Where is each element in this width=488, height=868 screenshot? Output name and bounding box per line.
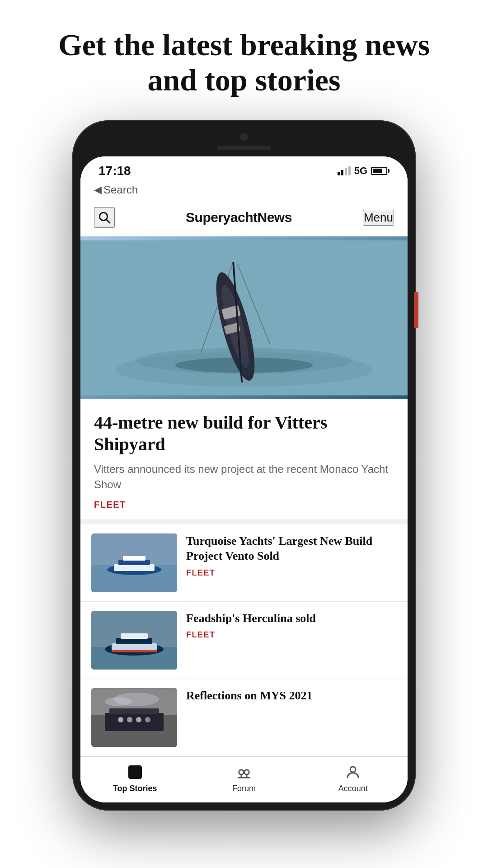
svg-point-32	[136, 717, 141, 722]
phone-top-bar	[80, 128, 408, 156]
status-icons: 5G	[338, 165, 389, 177]
nav-label-top-stories: Top Stories	[113, 784, 157, 793]
phone-frame: 17:18 5G ◀ Search	[72, 120, 416, 810]
svg-rect-16	[114, 564, 155, 571]
news-thumbnail	[91, 533, 177, 592]
status-bar: 17:18 5G	[80, 156, 408, 182]
nav-item-top-stories[interactable]: Top Stories	[80, 763, 189, 793]
svg-point-30	[118, 717, 123, 722]
svg-point-41	[244, 769, 249, 774]
nav-label-forum: Forum	[232, 784, 256, 793]
svg-rect-25	[112, 650, 157, 652]
page-headline: Get the latest breaking news and top sto…	[0, 0, 488, 120]
svg-line-1	[107, 220, 110, 223]
hero-content[interactable]: 44-metre new build for Vitters Shipyard …	[80, 399, 408, 519]
svg-rect-28	[105, 713, 164, 731]
back-navigation[interactable]: ◀ Search	[80, 182, 408, 202]
back-label: Search	[103, 184, 138, 196]
phone-speaker	[217, 146, 271, 150]
signal-bars	[338, 166, 351, 175]
nav-item-forum[interactable]: Forum	[189, 763, 298, 793]
news-item-tag: FLEET	[186, 568, 397, 578]
app-logo: SuperyachtNews	[186, 210, 292, 225]
battery-icon	[371, 167, 389, 175]
menu-button[interactable]: Menu	[363, 210, 394, 226]
back-arrow-icon: ◀	[94, 184, 102, 196]
bottom-nav: Top Stories Forum	[80, 756, 408, 802]
news-item-title: Reflections on MYS 2021	[186, 688, 397, 703]
news-item-tag: FLEET	[186, 630, 397, 640]
news-item-content: Feadship's Herculina sold FLEET	[186, 611, 397, 640]
svg-rect-22	[112, 643, 157, 651]
phone-side-button	[414, 292, 418, 328]
svg-rect-29	[109, 708, 159, 714]
svg-point-40	[239, 769, 244, 774]
news-item-title: Turquoise Yachts' Largest New Build Proj…	[186, 533, 397, 564]
hero-image	[80, 236, 408, 399]
top-stories-icon	[126, 763, 144, 781]
nav-label-account: Account	[338, 784, 368, 793]
news-item-title: Feadship's Herculina sold	[186, 611, 397, 626]
status-time: 17:18	[99, 164, 131, 178]
list-item[interactable]: Turquoise Yachts' Largest New Build Proj…	[80, 524, 408, 602]
svg-point-12	[175, 358, 313, 373]
news-thumbnail	[91, 688, 177, 747]
phone-camera	[240, 133, 248, 141]
svg-point-45	[350, 767, 356, 772]
app-header: SuperyachtNews Menu	[80, 202, 408, 236]
news-list: Turquoise Yachts' Largest New Build Proj…	[80, 524, 408, 756]
svg-rect-23	[116, 638, 152, 644]
svg-point-35	[105, 697, 132, 706]
search-button[interactable]	[94, 207, 115, 228]
nav-item-account[interactable]: Account	[299, 763, 408, 793]
news-thumbnail	[91, 611, 177, 670]
forum-icon	[235, 763, 253, 781]
hero-title: 44-metre new build for Vitters Shipyard	[94, 412, 394, 455]
news-item-content: Turquoise Yachts' Largest New Build Proj…	[186, 533, 397, 578]
account-icon	[344, 763, 362, 781]
network-label: 5G	[354, 165, 367, 177]
hero-subtitle: Vitters announced its new project at the…	[94, 462, 394, 492]
svg-point-31	[127, 717, 132, 722]
list-item[interactable]: Feadship's Herculina sold FLEET	[80, 602, 408, 679]
svg-rect-18	[123, 556, 145, 561]
list-item[interactable]: Reflections on MYS 2021	[80, 679, 408, 756]
hero-yacht-svg	[80, 236, 408, 399]
phone-screen: 17:18 5G ◀ Search	[80, 156, 408, 802]
svg-point-33	[145, 717, 150, 722]
news-item-content: Reflections on MYS 2021	[186, 688, 397, 708]
hero-tag: FLEET	[94, 500, 394, 510]
svg-rect-24	[121, 633, 148, 639]
